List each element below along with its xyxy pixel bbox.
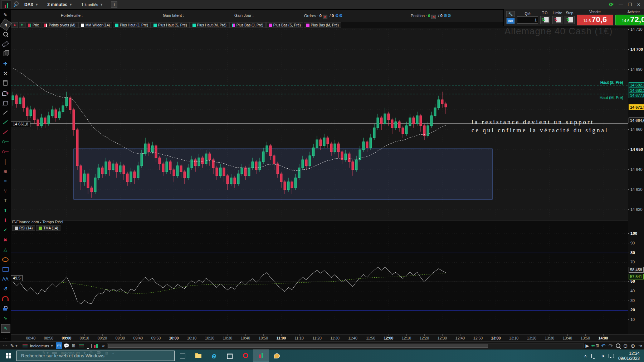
rsi-axis[interactable]: 100908070504030201058,45857,541 [628,220,644,334]
time-scrollbar-thumb[interactable] [108,344,488,348]
close-position-icon[interactable]: ✖ [431,15,436,19]
more-tools-icon[interactable]: ⋯ [0,342,9,349]
timeframe-dropdown[interactable]: 2 minutes▼ [44,0,76,9]
sell-button[interactable]: 14 670,6 [577,15,613,25]
units-dropdown[interactable]: 1 k unités▼ [78,0,107,9]
screens-icon[interactable] [85,342,92,349]
settings-tool-icon[interactable]: ⚒ [1,69,10,77]
triangle-tool-icon[interactable]: △ [1,246,10,254]
start-button[interactable] [0,349,16,362]
bar-width-icon[interactable]: ⇥ [637,342,644,349]
undo-icon[interactable]: ↶ [600,342,607,349]
position-settings-icon[interactable]: ⚙⚙ [444,13,452,18]
tma-legend-item[interactable]: TMA (14) [36,225,60,231]
text-tool-icon[interactable]: T [1,197,10,205]
restore-button[interactable]: ❐ [628,2,632,7]
legend-item[interactable]: Prix [25,22,41,28]
buy-sell-marks-icon[interactable] [93,342,99,349]
cross-tool-icon[interactable]: ✖ [1,236,10,244]
info-button[interactable]: i [111,1,117,8]
legend-item[interactable]: Points pivots (M) [42,22,78,28]
collapse-left-icon[interactable]: « [100,342,107,349]
check-tool-icon[interactable]: ✔ [1,226,10,234]
taskbar-edge-icon[interactable]: e [206,349,222,362]
scroll-right-icon[interactable]: ▶ [584,342,591,349]
move-tool-icon[interactable]: ✢ [1,60,10,68]
trash-tool-icon[interactable] [1,79,10,87]
red-line-tool-icon[interactable] [1,128,10,136]
chat-icon[interactable]: 💬 [63,342,70,349]
limit-order-button[interactable]: ⇅ [552,16,562,24]
rectangle-tool-icon[interactable] [1,265,10,273]
indicateurs-button[interactable]: Indicateurs [30,344,49,348]
confirm-check-icon[interactable]: ✓ [13,1,19,8]
alarm-tool-icon[interactable] [1,99,10,107]
share-icon[interactable]: ⚇ [56,342,63,349]
cancel-orders-icon[interactable]: ✖ [323,15,327,19]
taskbar-search-input[interactable]: Rechercher sur le web et dans Windows [16,351,175,361]
rotate-tool-icon[interactable]: ↺ [1,285,10,293]
legend-item[interactable]: Plus Bas (S, Pré) [266,22,303,28]
export-down-icon[interactable]: ⇓ [11,22,18,28]
zoom-in-icon[interactable]: ⊕ [630,342,636,349]
zoom-out-icon[interactable]: ⊖ [622,342,629,349]
alarm-off-tool-icon[interactable]: ✖ [1,89,10,97]
ellipse-tool-icon[interactable] [1,256,10,263]
fibonacci-tool-icon[interactable]: ≡ [1,177,10,185]
pitchfork-tool-icon[interactable]: ⑂ [1,187,10,195]
buy-button[interactable]: 14 672,0 [615,15,644,25]
instrument-dropdown[interactable]: DAX▼ [21,0,42,9]
taskbar-store-icon[interactable] [222,349,238,362]
zigzag-tool-icon[interactable]: ΛΛ [1,275,10,283]
hline-left-value-label[interactable]: 14 661,8 [11,121,30,127]
calendar-icon[interactable]: ⬅🗓 [591,342,599,349]
lock-tool-icon[interactable] [1,304,10,312]
volume-icon[interactable]: 🕩 [601,353,604,359]
taskbar-task-view-icon[interactable] [175,349,190,362]
taskbar-clock[interactable]: 12:34 09/01/2023 [618,351,640,361]
legend-item[interactable]: Plus Haut (S, Pré) [151,22,190,28]
ruler-tool-icon[interactable] [1,40,10,48]
green-line-tool-icon[interactable] [1,118,10,126]
minimize-button[interactable]: — [619,2,623,7]
zigzag-select-tool-icon[interactable]: ∿ [1,324,10,333]
cursor-tool-icon[interactable]: ➤ [0,19,12,31]
rsi-hline-left-value-label[interactable]: 49,5 [11,275,23,281]
copy-tool-icon[interactable] [1,50,10,58]
orders-list-icon[interactable] [78,342,85,349]
legend-item[interactable]: Plus Bas (M, Pré) [304,22,341,28]
chart-annotation-text[interactable]: la resistance devient un support ce qui … [472,118,609,134]
channel-tool-icon[interactable]: ≋ [1,167,10,175]
export-up-icon[interactable]: ⇑ [19,22,25,28]
draw-tool-icon[interactable]: ✎▼ [10,342,18,349]
arrow-down-tool-icon[interactable]: ⬇ [1,216,10,224]
taskbar-opera-icon[interactable]: O [238,349,253,362]
keyboard-icon[interactable]: ⌨ [506,18,515,24]
qty-input[interactable] [517,16,538,24]
hline-green-tool-icon[interactable] [1,138,10,146]
orders-settings-icon[interactable]: ⚙⚙ [335,13,343,18]
legend-item[interactable]: Plus Haut (J, Pré) [113,22,151,28]
news-icon[interactable]: 🗎 [70,342,77,349]
legend-item[interactable]: Plus Haut (M, Pré) [190,22,229,28]
legend-item[interactable]: Plus Bas (J, Pré) [229,22,266,28]
pencil-tool-icon[interactable]: ✎ [1,11,10,19]
sync-icon[interactable]: ⟳ [609,1,614,8]
price-axis[interactable]: 14 71014 70014 69014 66014 65014 64014 6… [628,28,644,220]
to-order-button[interactable]: ⇅ [540,16,550,24]
vline-tool-icon[interactable]: │ [1,158,10,165]
legend-item[interactable]: MM Wilder (14) [78,22,112,28]
notifications-icon[interactable] [609,354,614,358]
taskbar-file-explorer-icon[interactable] [190,349,206,362]
taskbar-trading-app-icon[interactable] [253,349,269,362]
network-icon[interactable] [591,354,597,358]
rsi-legend-item[interactable]: RSI (14) [12,225,35,231]
more-tools-icon[interactable]: ⋯ [1,334,10,342]
tray-chevron-icon[interactable]: ∧ [584,353,587,358]
mini-chart-tool-icon[interactable]: ∿ [1,314,10,322]
close-button[interactable]: ✕ [637,2,640,7]
zoom-fit-icon[interactable] [615,342,621,349]
stop-order-button[interactable]: ⇅ [565,16,575,24]
magnifier-tool-icon[interactable] [1,30,10,38]
rsi-chart[interactable] [11,220,628,334]
